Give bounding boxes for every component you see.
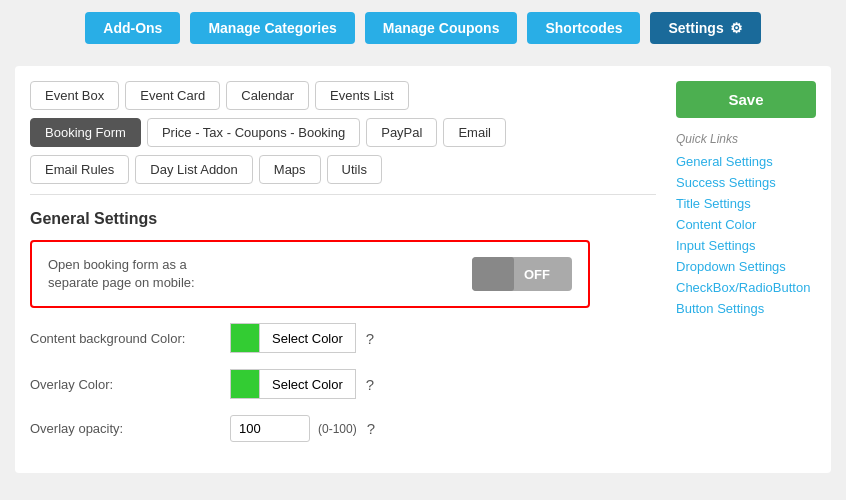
content-bg-color-row: Content background Color: Select Color ? bbox=[30, 323, 590, 353]
content-bg-color-swatch[interactable] bbox=[230, 323, 260, 353]
tab-events-list[interactable]: Events List bbox=[315, 81, 409, 110]
quick-link-content-color[interactable]: Content Color bbox=[676, 217, 816, 232]
content-bg-color-help-icon[interactable]: ? bbox=[366, 330, 374, 347]
addons-button[interactable]: Add-Ons bbox=[85, 12, 180, 44]
overlay-opacity-hint: (0-100) bbox=[318, 422, 357, 436]
overlay-color-row: Overlay Color: Select Color ? bbox=[30, 369, 590, 399]
overlay-color-swatch[interactable] bbox=[230, 369, 260, 399]
tab-booking-form[interactable]: Booking Form bbox=[30, 118, 141, 147]
tab-price-tax[interactable]: Price - Tax - Coupons - Booking bbox=[147, 118, 360, 147]
divider bbox=[30, 194, 656, 195]
overlay-opacity-help-icon[interactable]: ? bbox=[367, 420, 375, 437]
mobile-toggle-box: Open booking form as a separate page on … bbox=[30, 240, 590, 308]
mobile-toggle-switch[interactable]: OFF bbox=[472, 257, 572, 291]
right-panel: Save Quick Links General Settings Succes… bbox=[656, 81, 816, 458]
settings-label: Settings bbox=[668, 20, 723, 36]
overlay-color-help-icon[interactable]: ? bbox=[366, 376, 374, 393]
toggle-off-label: OFF bbox=[514, 267, 550, 282]
shortcodes-button[interactable]: Shortcodes bbox=[527, 12, 640, 44]
tabs-row-1: Event Box Event Card Calendar Events Lis… bbox=[30, 81, 656, 110]
tab-day-list-addon[interactable]: Day List Addon bbox=[135, 155, 252, 184]
overlay-opacity-row: Overlay opacity: (0-100) ? bbox=[30, 415, 590, 442]
quick-links-title: Quick Links bbox=[676, 132, 816, 146]
tab-calendar[interactable]: Calendar bbox=[226, 81, 309, 110]
quick-link-checkbox-radiobutton[interactable]: CheckBox/RadioButton bbox=[676, 280, 816, 295]
quick-link-general-settings[interactable]: General Settings bbox=[676, 154, 816, 169]
tab-event-box[interactable]: Event Box bbox=[30, 81, 119, 110]
tab-email-rules[interactable]: Email Rules bbox=[30, 155, 129, 184]
gear-icon: ⚙ bbox=[730, 20, 743, 36]
quick-link-title-settings[interactable]: Title Settings bbox=[676, 196, 816, 211]
overlay-opacity-label: Overlay opacity: bbox=[30, 421, 230, 436]
settings-button[interactable]: Settings ⚙ bbox=[650, 12, 760, 44]
quick-link-dropdown-settings[interactable]: Dropdown Settings bbox=[676, 259, 816, 274]
tab-maps[interactable]: Maps bbox=[259, 155, 321, 184]
tabs-row-3: Email Rules Day List Addon Maps Utils bbox=[30, 155, 656, 184]
save-button[interactable]: Save bbox=[676, 81, 816, 118]
general-settings-title: General Settings bbox=[30, 210, 656, 228]
overlay-color-group: Select Color bbox=[230, 369, 356, 399]
main-container: Event Box Event Card Calendar Events Lis… bbox=[15, 66, 831, 473]
quick-link-input-settings[interactable]: Input Settings bbox=[676, 238, 816, 253]
quick-link-button-settings[interactable]: Button Settings bbox=[676, 301, 816, 316]
top-bar: Add-Ons Manage Categories Manage Coupons… bbox=[0, 0, 846, 56]
mobile-toggle-label: Open booking form as a separate page on … bbox=[48, 256, 228, 292]
tabs-row-2: Booking Form Price - Tax - Coupons - Boo… bbox=[30, 118, 656, 147]
overlay-color-button[interactable]: Select Color bbox=[260, 369, 356, 399]
toggle-handle bbox=[472, 257, 514, 291]
quick-link-success-settings[interactable]: Success Settings bbox=[676, 175, 816, 190]
tab-paypal[interactable]: PayPal bbox=[366, 118, 437, 147]
tab-event-card[interactable]: Event Card bbox=[125, 81, 220, 110]
content-bg-color-button[interactable]: Select Color bbox=[260, 323, 356, 353]
content-bg-color-label: Content background Color: bbox=[30, 331, 230, 346]
left-panel: Event Box Event Card Calendar Events Lis… bbox=[30, 81, 656, 458]
overlay-opacity-input[interactable] bbox=[230, 415, 310, 442]
tab-email[interactable]: Email bbox=[443, 118, 506, 147]
overlay-color-label: Overlay Color: bbox=[30, 377, 230, 392]
content-bg-color-group: Select Color bbox=[230, 323, 356, 353]
tab-utils[interactable]: Utils bbox=[327, 155, 382, 184]
manage-categories-button[interactable]: Manage Categories bbox=[190, 12, 354, 44]
manage-coupons-button[interactable]: Manage Coupons bbox=[365, 12, 518, 44]
